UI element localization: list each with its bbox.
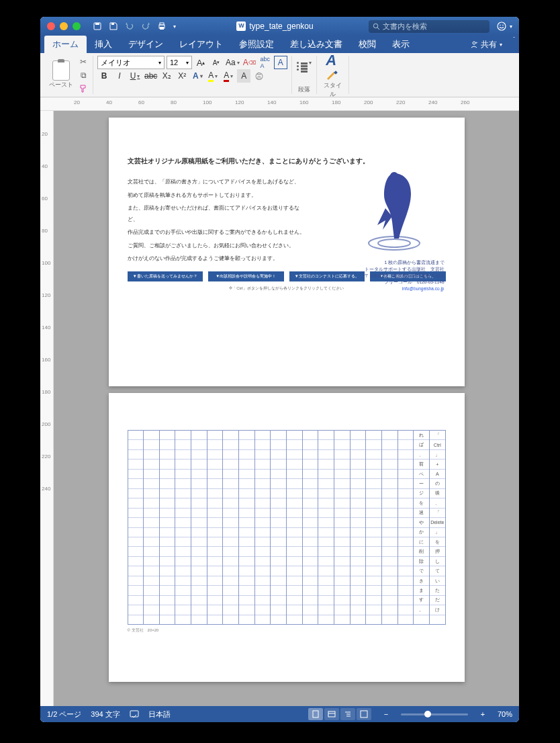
highlight-color-icon[interactable]: A▾: [206, 69, 220, 83]
decrease-font-icon[interactable]: A▾: [209, 56, 223, 69]
doc-paragraph: 作品完成までのお手伝いや出版に関するご案内ができるかもしれません。: [128, 227, 306, 238]
link-button[interactable]: ▼出版相談会や説明会も実施中！: [208, 271, 284, 281]
view-buttons: [308, 708, 371, 720]
save-icon[interactable]: [109, 21, 118, 31]
svg-rect-24: [361, 711, 367, 717]
svg-rect-5: [160, 27, 164, 30]
zoom-level[interactable]: 70%: [498, 710, 512, 718]
outline-view-icon[interactable]: [340, 708, 355, 720]
svg-point-10: [502, 25, 504, 26]
vertical-ruler[interactable]: 20406080100120140160180200220240: [40, 111, 54, 706]
minimize-button[interactable]: [60, 22, 68, 30]
link-button[interactable]: ▼書いた原稿を送ってみませんか？: [128, 271, 203, 281]
search-box[interactable]: 文書内を検索: [369, 20, 489, 33]
bold-button[interactable]: B: [97, 69, 111, 83]
character-border-icon[interactable]: A: [274, 56, 287, 69]
horizontal-ruler[interactable]: 20406080100120140160180200220240260: [40, 97, 519, 111]
styles-group: A スタイル: [320, 56, 349, 94]
titlebar: ▾ type_tate_genkou 文書内を検索 ▾: [40, 17, 519, 36]
cut-icon[interactable]: ✂: [78, 56, 89, 67]
tab-design[interactable]: デザイン: [120, 36, 171, 53]
bullets-icon[interactable]: ▾: [296, 56, 312, 69]
format-painter-icon[interactable]: [78, 83, 89, 94]
print-icon[interactable]: [157, 21, 167, 31]
tab-view[interactable]: 表示: [384, 36, 418, 53]
qat-customize-icon[interactable]: ▾: [173, 24, 176, 30]
doc-paragraph: かけがえのない作品が完成するようご健筆を願っております。: [128, 253, 306, 265]
svg-rect-18: [313, 711, 318, 717]
font-color-icon[interactable]: A▾: [222, 69, 235, 83]
search-placeholder: 文書内を検索: [383, 21, 427, 32]
search-icon: [373, 23, 380, 30]
share-button[interactable]: + 共有 ▾: [463, 36, 509, 53]
svg-rect-2: [111, 23, 114, 25]
close-button[interactable]: [47, 22, 55, 30]
page-2[interactable]: れば、前ページを速やかに削除できます。「Ctrl」+Aの後、「Delete」を押…: [109, 393, 465, 682]
svg-point-16: [390, 172, 398, 180]
share-icon: +: [470, 40, 478, 48]
tab-mailings[interactable]: 差し込み文書: [282, 36, 351, 53]
doc-paragraph: 初めて原稿を執筆される方もサポートしております。: [128, 190, 306, 202]
font-family-select[interactable]: メイリオ▾: [97, 56, 165, 69]
document-scroll[interactable]: 文芸社オリジナル原稿用紙をご利用いただき、まことにありがとうございます。 文芸社…: [54, 111, 519, 706]
phonetic-guide-icon[interactable]: abcA: [259, 56, 272, 69]
zoom-out-button[interactable]: −: [381, 709, 391, 719]
ribbon-tabs: ホーム 挿入 デザイン レイアウト 参照設定 差し込み文書 校閲 表示 + 共有…: [40, 36, 519, 53]
underline-button[interactable]: U▾: [128, 69, 142, 83]
focus-view-icon[interactable]: [357, 708, 371, 720]
clipboard-icon: [52, 60, 70, 81]
doc-paragraph: 文芸社では、「原稿の書き方」についてアドバイスを差しあげるなど、: [128, 177, 306, 188]
smiley-icon[interactable]: [496, 21, 507, 32]
text-effects-icon[interactable]: A▾: [191, 69, 204, 83]
ribbon: ペースト ✂ ⧉ メイリオ▾ 12▾ A▴ A▾ Aa▾: [40, 53, 519, 97]
maximize-button[interactable]: [73, 22, 81, 30]
page-count[interactable]: 1/2 ページ: [47, 709, 81, 719]
tab-review[interactable]: 校閲: [351, 36, 384, 53]
undo-icon[interactable]: [125, 21, 134, 31]
svg-rect-19: [328, 711, 335, 717]
italic-button[interactable]: I: [113, 69, 126, 83]
tab-references[interactable]: 参照設定: [231, 36, 282, 53]
doc-title: 文芸社オリジナル原稿用紙をご利用いただき、まことにありがとうございます。: [128, 157, 446, 166]
logo-text: １枚の原稿から書店流通までトータルサポートする出版社 文芸社〒160-0022 …: [344, 259, 445, 292]
zoom-slider[interactable]: [401, 713, 468, 715]
app-window: ▾ type_tate_genkou 文書内を検索 ▾ ホーム 挿入 デザイン …: [40, 17, 519, 722]
word-count[interactable]: 394 文字: [91, 709, 120, 719]
clear-formatting-icon[interactable]: A⌫: [242, 56, 256, 69]
increase-font-icon[interactable]: A▴: [194, 56, 207, 69]
tab-insert[interactable]: 挿入: [87, 36, 120, 53]
statusbar: 1/2 ページ 394 文字 日本語 − + 70%: [40, 706, 519, 722]
paragraph-group: ▾ 段落: [295, 56, 317, 94]
document-area: 20406080100120140160180200220240 文芸社オリジナ…: [40, 111, 519, 706]
styles-pane-icon[interactable]: A: [326, 52, 339, 81]
doc-body: 文芸社では、「原稿の書き方」についてアドバイスを差しあげるなど、初めて原稿を執筆…: [128, 177, 306, 265]
autosave-icon[interactable]: [93, 21, 102, 31]
collapse-ribbon-icon[interactable]: ˆ: [509, 36, 519, 53]
spellcheck-icon[interactable]: [130, 709, 139, 719]
logo-email-link[interactable]: info@bungeisha.co.jp: [344, 286, 445, 292]
paste-button[interactable]: ペースト: [46, 60, 77, 89]
manuscript-grid: れば、前ページを速やかに削除できます。「Ctrl」+Aの後、「Delete」を押…: [128, 430, 446, 625]
filename: type_tate_genkou: [249, 21, 313, 31]
copy-icon[interactable]: ⧉: [78, 70, 89, 81]
font-size-select[interactable]: 12▾: [167, 56, 192, 69]
chevron-down-icon[interactable]: ▾: [510, 24, 512, 30]
svg-text:+: +: [475, 40, 478, 44]
page-1[interactable]: 文芸社オリジナル原稿用紙をご利用いただき、まことにありがとうございます。 文芸社…: [109, 118, 465, 386]
redo-icon[interactable]: [141, 21, 150, 31]
change-case-icon[interactable]: Aa▾: [225, 56, 240, 69]
subscript-button[interactable]: X₂: [160, 69, 173, 83]
superscript-button[interactable]: X²: [175, 69, 189, 83]
tab-layout[interactable]: レイアウト: [171, 36, 231, 53]
strikethrough-button[interactable]: abc: [144, 69, 158, 83]
manuscript-footer: © 文芸社 20×20: [128, 627, 446, 633]
web-layout-view-icon[interactable]: [324, 708, 339, 720]
character-shading-icon[interactable]: A: [237, 69, 250, 83]
svg-point-8: [498, 22, 506, 30]
language[interactable]: 日本語: [148, 709, 171, 719]
zoom-in-button[interactable]: +: [477, 709, 488, 719]
tab-home[interactable]: ホーム: [44, 36, 87, 53]
print-layout-view-icon[interactable]: [308, 708, 323, 720]
company-logo: [357, 168, 431, 255]
enclose-characters-icon[interactable]: ㊂: [252, 69, 266, 83]
